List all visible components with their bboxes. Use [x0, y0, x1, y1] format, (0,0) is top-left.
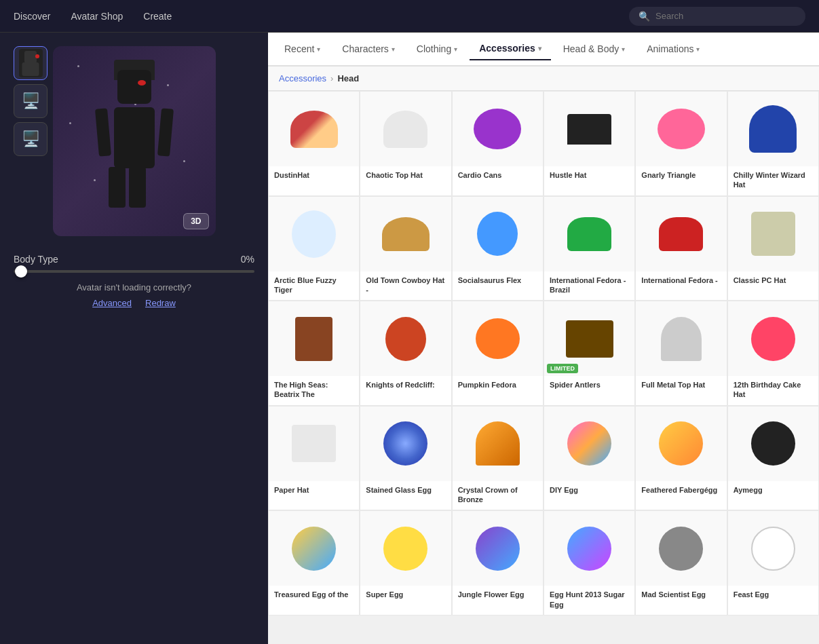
item-image-high-seas — [269, 301, 359, 376]
thumbnail-avatar-3[interactable]: 🖥️ — [14, 122, 47, 156]
tab-recent[interactable]: Recent ▾ — [275, 38, 330, 60]
nav-avatar-shop[interactable]: Avatar Shop — [71, 5, 123, 27]
item-card-mad-scientist[interactable]: Mad Scientist Egg — [635, 510, 727, 615]
nav-create[interactable]: Create — [143, 5, 172, 27]
item-card-feathered[interactable]: Feathered Fabergégg — [635, 406, 727, 511]
slider-thumb[interactable] — [15, 265, 27, 278]
item-name-dustinhat: DustinHat — [269, 166, 359, 185]
item-card-feast-egg[interactable]: Feast Egg — [727, 510, 819, 615]
3d-button[interactable]: 3D — [183, 213, 208, 229]
item-name-chaotic-top-hat: Chaotic Top Hat — [360, 166, 451, 185]
item-card-chaotic-top-hat[interactable]: Chaotic Top Hat — [360, 91, 451, 196]
item-image-birthday-cake — [728, 301, 818, 376]
item-name-jungle-flower: Jungle Flower Egg — [453, 586, 543, 605]
item-shape-cardio-cans — [474, 109, 521, 149]
item-card-aymegg[interactable]: Aymegg — [727, 406, 819, 511]
redraw-link[interactable]: Redraw — [145, 298, 176, 308]
item-card-crystal-crown[interactable]: Crystal Crown of Bronze — [452, 406, 544, 511]
tab-head-body[interactable]: Head & Body ▾ — [554, 38, 635, 60]
item-shape-intl-brazil — [567, 217, 611, 251]
item-card-socialsaurus[interactable]: Socialsaurus Flex — [452, 196, 544, 301]
item-card-stained-glass[interactable]: Stained Glass Egg — [360, 406, 451, 511]
item-name-feast-egg: Feast Egg — [728, 586, 818, 605]
tab-animations[interactable]: Animations ▾ — [637, 38, 709, 60]
item-image-egghunt-2013 — [544, 511, 634, 586]
left-panel: 🖥️ 🖥️ — [0, 33, 268, 644]
tab-clothing-label: Clothing — [417, 43, 451, 54]
tab-recent-label: Recent — [284, 43, 314, 54]
thumbnail-row: 🖥️ 🖥️ — [14, 46, 47, 156]
item-card-diy-egg[interactable]: DIY Egg — [544, 406, 635, 511]
avatar-body — [114, 107, 155, 168]
item-card-classic-pc[interactable]: Classic PC Hat — [727, 196, 819, 301]
item-shape-classic-pc — [751, 212, 795, 256]
item-card-old-town[interactable]: Old Town Cowboy Hat - — [360, 196, 451, 301]
item-card-chilly-winter[interactable]: Chilly Winter Wizard Hat — [727, 91, 819, 196]
body-type-header: Body Type 0% — [14, 254, 254, 265]
item-image-aymegg — [728, 406, 818, 481]
item-card-gnarly-triangle[interactable]: Gnarly Triangle — [635, 91, 727, 196]
body-type-slider[interactable] — [14, 270, 254, 273]
item-name-gnarly-triangle: Gnarly Triangle — [636, 166, 726, 185]
tab-characters-arrow: ▾ — [392, 45, 395, 53]
item-name-aymegg: Aymegg — [728, 481, 818, 500]
item-image-paper-hat — [269, 406, 359, 481]
item-name-treasured-egg: Treasured Egg of the — [269, 586, 359, 605]
item-card-full-metal[interactable]: Full Metal Top Hat — [635, 301, 727, 406]
item-name-knights: Knights of Redcliff: — [360, 376, 451, 395]
item-name-old-town: Old Town Cowboy Hat - — [360, 271, 451, 301]
item-card-super-egg[interactable]: Super Egg — [360, 510, 451, 615]
search-bar[interactable]: 🔍 — [629, 7, 805, 26]
tab-accessories-arrow: ▾ — [538, 45, 541, 52]
item-card-paper-hat[interactable]: Paper Hat — [268, 406, 360, 511]
tab-accessories[interactable]: Accessories ▾ — [470, 37, 551, 60]
item-shape-full-metal — [661, 317, 702, 361]
breadcrumb: Accessories › Head — [268, 67, 819, 91]
item-shape-socialsaurus — [477, 212, 518, 256]
item-name-spider-antlers: Spider Antlers — [544, 376, 634, 395]
breadcrumb-separator: › — [330, 73, 333, 83]
item-shape-knights — [385, 317, 426, 361]
item-name-egghunt-2013: Egg Hunt 2013 Sugar Egg — [544, 586, 634, 615]
item-name-pumpkin: Pumpkin Fedora — [453, 376, 543, 395]
item-card-birthday-cake[interactable]: 12th Birthday Cake Hat — [727, 301, 819, 406]
item-image-gnarly-triangle — [636, 92, 726, 166]
item-card-dustinhat[interactable]: DustinHat — [268, 91, 360, 196]
tab-clothing[interactable]: Clothing ▾ — [407, 38, 467, 60]
item-card-hustle-hat[interactable]: Hustle Hat — [544, 91, 635, 196]
item-shape-pumpkin — [476, 318, 520, 359]
item-card-egghunt-2013[interactable]: Egg Hunt 2013 Sugar Egg — [544, 510, 635, 615]
item-card-pumpkin[interactable]: Pumpkin Fedora — [452, 301, 544, 406]
item-name-super-egg: Super Egg — [360, 586, 451, 605]
item-card-intl-canada[interactable]: International Fedora - — [635, 196, 727, 301]
thumbnail-avatar-2[interactable]: 🖥️ — [14, 84, 47, 118]
item-name-socialsaurus: Socialsaurus Flex — [453, 271, 543, 290]
tab-animations-label: Animations — [647, 43, 693, 54]
item-card-jungle-flower[interactable]: Jungle Flower Egg — [452, 510, 544, 615]
item-shape-gnarly-triangle — [658, 109, 705, 149]
breadcrumb-parent[interactable]: Accessories — [279, 73, 326, 83]
avatar-head — [117, 70, 151, 104]
item-card-knights[interactable]: Knights of Redcliff: — [360, 301, 451, 406]
tab-characters[interactable]: Characters ▾ — [332, 38, 404, 60]
search-input[interactable] — [655, 11, 796, 21]
item-card-cardio-cans[interactable]: Cardio Cans — [452, 91, 544, 196]
star-1 — [77, 65, 79, 67]
item-image-intl-canada — [636, 197, 726, 271]
item-card-high-seas[interactable]: The High Seas: Beatrix The — [268, 301, 360, 406]
nav-discover[interactable]: Discover — [14, 5, 50, 27]
avatar-leg-right — [129, 167, 146, 208]
item-card-intl-brazil[interactable]: International Fedora - Brazil — [544, 196, 635, 301]
item-shape-chaotic-top-hat — [383, 111, 427, 148]
item-name-paper-hat: Paper Hat — [269, 481, 359, 500]
thumbnail-avatar-1[interactable] — [14, 46, 47, 80]
item-image-feast-egg — [728, 511, 818, 586]
item-image-classic-pc — [728, 197, 818, 271]
item-card-arctic-blue[interactable]: Arctic Blue Fuzzy Tiger — [268, 196, 360, 301]
item-card-treasured-egg[interactable]: Treasured Egg of the — [268, 510, 360, 615]
item-shape-diy-egg — [567, 421, 611, 466]
item-card-spider-antlers[interactable]: LIMITEDSpider Antlers — [544, 301, 635, 406]
item-shape-birthday-cake — [751, 317, 795, 361]
advanced-link[interactable]: Advanced — [92, 298, 132, 308]
star-4 — [183, 160, 185, 162]
